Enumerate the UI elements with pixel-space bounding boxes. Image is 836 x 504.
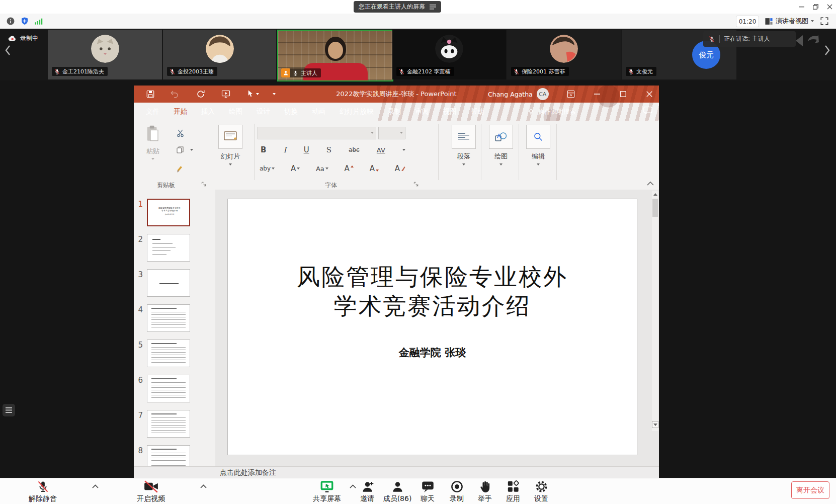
slide-subtitle[interactable]: 金融学院 张琰 <box>228 346 637 360</box>
scrollbar-thumb[interactable] <box>652 199 658 217</box>
undo-icon[interactable] <box>170 90 179 99</box>
slide-canvas[interactable]: 风险管理与保险专业校外 学术竞赛活动介绍 金融学院 张琰 <box>227 199 637 455</box>
font-size-combo[interactable] <box>378 127 405 139</box>
editing-group-button[interactable]: 编辑 <box>525 125 551 165</box>
tab-review[interactable]: 审阅 <box>408 103 436 121</box>
tab-file[interactable]: 文件 <box>139 103 166 121</box>
paste-button[interactable]: 粘贴 <box>139 125 167 160</box>
tab-view[interactable]: 视图 <box>436 103 464 121</box>
presenter-video-tile[interactable]: 主讲人 <box>277 30 393 81</box>
font-name-combo[interactable] <box>258 127 376 139</box>
members-button[interactable]: 成员(86) <box>377 480 417 503</box>
participant-tile[interactable]: 金投2003王臻 <box>163 30 276 79</box>
tab-design[interactable]: 设计 <box>249 103 277 121</box>
participant-tile[interactable]: 保险2001 苏雪菲 <box>507 30 621 79</box>
charborder-label: A <box>291 164 296 173</box>
shrink-font-button[interactable]: A <box>370 164 379 173</box>
tab-animations[interactable]: 动画 <box>305 103 332 121</box>
tab-help[interactable]: 帮助 <box>464 103 491 121</box>
video-options-caret-icon[interactable] <box>200 484 207 488</box>
window-minimize-button[interactable] <box>796 2 806 11</box>
format-painter-icon[interactable] <box>176 165 185 174</box>
record-button[interactable]: 录制 <box>442 480 472 503</box>
mic-options-caret-icon[interactable] <box>92 484 99 488</box>
tab-slideshow[interactable]: 幻灯片放映 <box>332 103 381 121</box>
slide-thumbnail-1[interactable]: 风险管理与保险专业校外 学术竞赛活动介绍 金融学院 张琰 <box>147 199 190 226</box>
meeting-info-icon[interactable] <box>6 17 15 26</box>
notes-pane[interactable]: 点击此处添加备注 <box>134 466 659 478</box>
participant-tile[interactable]: 金融2102 李宜楠 <box>392 30 506 79</box>
ppt-close-icon[interactable] <box>645 90 654 99</box>
settings-button[interactable]: 设置 <box>526 480 556 503</box>
ppt-minimize-icon[interactable] <box>593 90 602 99</box>
watching-presenter-pill[interactable]: 您正在观看主讲人的屏幕 <box>354 1 441 13</box>
view-mode-selector[interactable]: 演讲者视图 <box>765 15 814 27</box>
align-lines-icon <box>458 132 469 141</box>
thumb-line <box>152 247 176 247</box>
slide-thumbnail-5[interactable] <box>147 340 190 367</box>
character-border-button[interactable]: A <box>291 164 300 173</box>
clipboard-dialog-launcher-icon[interactable] <box>201 182 207 187</box>
drawing-group-button[interactable]: 绘图 <box>488 125 514 165</box>
grow-font-button[interactable]: A <box>345 164 354 173</box>
window-restore-button[interactable] <box>810 2 820 11</box>
strikethrough-button[interactable]: abc <box>349 146 360 153</box>
font-dialog-launcher-icon[interactable] <box>413 182 419 187</box>
copy-caret-icon[interactable] <box>190 149 193 151</box>
paragraph-group-button[interactable]: 段落 <box>451 125 477 165</box>
tab-transitions[interactable]: 切换 <box>277 103 305 121</box>
security-shield-icon[interactable] <box>20 17 29 26</box>
slide-thumbnail-2[interactable] <box>147 234 190 262</box>
underline-button[interactable]: U <box>304 145 309 154</box>
tell-me-search[interactable]: 操作说明搜索 <box>527 103 576 121</box>
cut-icon[interactable] <box>176 129 185 137</box>
share-screen-button[interactable]: 共享屏幕 <box>307 480 347 503</box>
tab-draw[interactable]: 绘图 <box>222 103 249 121</box>
tab-home[interactable]: 开始 <box>166 103 194 121</box>
new-slide-button[interactable]: 幻灯片 <box>217 125 243 165</box>
next-slide-arrow[interactable] <box>652 421 658 428</box>
fullscreen-icon[interactable] <box>820 17 829 26</box>
italic-button[interactable]: I <box>284 145 287 154</box>
text-shadow-button[interactable]: S <box>326 145 331 154</box>
participant-tile[interactable]: 金工2101陈浩夫 <box>48 30 162 79</box>
slide-thumbnail-4[interactable] <box>147 304 190 332</box>
strip-scroll-right-icon[interactable] <box>824 44 831 56</box>
leave-meeting-button[interactable]: 离开会议 <box>791 481 829 499</box>
panel-toggle-button[interactable] <box>3 404 15 416</box>
spacing-caret-icon[interactable] <box>402 149 405 151</box>
slide-thumbnail-3[interactable] <box>147 269 190 297</box>
phonetic-guide-button[interactable]: aby <box>260 165 275 172</box>
ribbon-display-options-icon[interactable] <box>566 90 575 99</box>
touch-mode-icon[interactable] <box>245 90 254 99</box>
network-signal-icon[interactable] <box>34 17 43 26</box>
collapse-ribbon-icon[interactable] <box>647 181 654 186</box>
redo-icon[interactable] <box>196 90 205 99</box>
ppt-maximize-icon[interactable] <box>619 90 628 99</box>
change-case-button[interactable]: Aa <box>316 165 328 173</box>
strip-scroll-left-icon[interactable] <box>4 44 11 56</box>
copy-icon[interactable] <box>176 146 184 154</box>
clear-formatting-button[interactable]: A <box>395 164 405 173</box>
vertical-scrollbar[interactable] <box>652 191 658 431</box>
save-icon[interactable] <box>146 90 155 99</box>
slide-title[interactable]: 风险管理与保险专业校外 学术竞赛活动介绍 <box>228 262 637 320</box>
tab-record[interactable]: 录制 <box>381 103 408 121</box>
apps-button[interactable]: 应用 <box>498 480 528 503</box>
raise-hand-button[interactable]: 举手 <box>470 480 500 503</box>
start-video-button[interactable]: 开启视频 <box>128 480 174 503</box>
chat-button[interactable]: 聊天 <box>412 480 443 503</box>
phonetic-caret-icon <box>272 167 275 170</box>
slide-thumbnail-6[interactable] <box>147 375 190 402</box>
window-close-button[interactable] <box>824 2 834 11</box>
tab-insert[interactable]: 插入 <box>194 103 222 121</box>
scroll-up-arrow[interactable] <box>652 191 658 198</box>
menu-icon[interactable] <box>430 5 436 10</box>
character-spacing-button[interactable]: AV <box>377 146 385 154</box>
slide-thumbnail-7[interactable] <box>147 410 190 438</box>
unmute-button[interactable]: 解除静音 <box>20 480 65 503</box>
bold-button[interactable]: B <box>261 145 266 154</box>
comments-icon[interactable] <box>643 106 653 115</box>
account-area[interactable]: Chang Agatha CA <box>488 86 549 103</box>
start-slideshow-icon[interactable] <box>221 90 230 99</box>
